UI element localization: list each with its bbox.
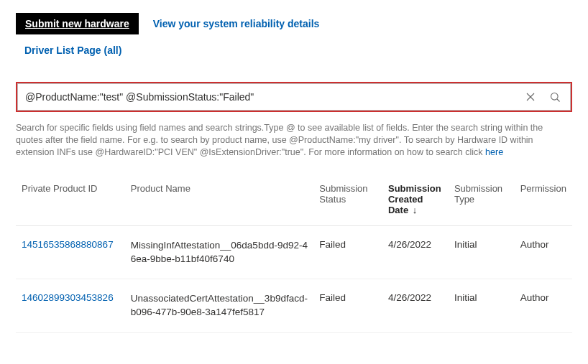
submission-type-cell: Initial: [449, 225, 515, 279]
column-header-created-date[interactable]: Submission Created Date ↓: [382, 176, 449, 226]
search-input[interactable]: [25, 91, 523, 103]
column-header-name[interactable]: Product Name: [125, 176, 314, 226]
submission-date-cell: 4/26/2022: [382, 279, 449, 333]
close-icon: [525, 92, 536, 102]
submissions-table: Private Product ID Product Name Submissi…: [16, 176, 572, 334]
product-name-cell: UnassociatedCertAttestation__3b9dfacd-b0…: [125, 279, 314, 333]
table-row: 14602899303453826UnassociatedCertAttesta…: [16, 279, 572, 333]
search-help-link[interactable]: here: [485, 147, 503, 157]
permission-cell: Author: [515, 225, 572, 279]
svg-line-3: [557, 99, 560, 102]
submission-date-cell: 4/26/2022: [382, 225, 449, 279]
svg-point-2: [551, 93, 559, 100]
submission-status-cell: Failed: [313, 279, 382, 333]
search-button[interactable]: [548, 90, 563, 105]
submission-status-cell: Failed: [313, 225, 382, 279]
clear-search-button[interactable]: [523, 90, 538, 104]
search-help-text: Search for specific fields using field n…: [16, 122, 572, 159]
product-id-link[interactable]: 14516535868880867: [22, 239, 114, 250]
sort-descending-icon: ↓: [413, 205, 418, 215]
submission-type-cell: Initial: [449, 279, 515, 333]
column-header-permission[interactable]: Permission: [515, 176, 572, 226]
product-name-cell: MissingInfAttestation__06da5bdd-9d92-46e…: [125, 225, 314, 279]
driver-list-page-link[interactable]: Driver List Page (all): [24, 45, 572, 56]
column-header-status[interactable]: Submission Status: [313, 176, 382, 226]
search-container: [16, 82, 572, 112]
search-icon: [550, 92, 561, 103]
product-id-link[interactable]: 14602899303453826: [22, 292, 114, 303]
permission-cell: Author: [515, 279, 572, 333]
submit-new-hardware-button[interactable]: Submit new hardware: [16, 13, 139, 34]
column-header-type[interactable]: Submission Type: [449, 176, 515, 226]
table-row: 14516535868880867MissingInfAttestation__…: [16, 225, 572, 279]
reliability-details-link[interactable]: View your system reliability details: [153, 18, 320, 29]
column-header-id[interactable]: Private Product ID: [16, 176, 125, 226]
